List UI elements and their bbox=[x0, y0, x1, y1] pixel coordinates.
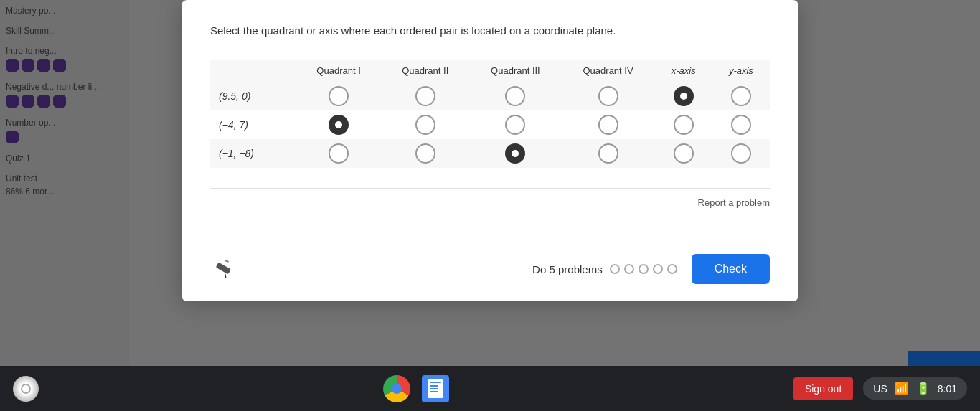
radio-cell[interactable] bbox=[655, 139, 712, 168]
radio-q4-row3[interactable] bbox=[598, 143, 618, 164]
col-header-q2: Quadrant II bbox=[381, 60, 469, 82]
col-header-q1: Quadrant I bbox=[296, 60, 381, 82]
modal-overlay: Select the quadrant or axis where each o… bbox=[0, 0, 980, 366]
radio-q4-row2[interactable] bbox=[598, 115, 618, 135]
radio-q3-row1[interactable] bbox=[505, 86, 525, 106]
radio-cell[interactable] bbox=[296, 82, 381, 110]
progress-dot-5 bbox=[667, 264, 677, 274]
check-button[interactable]: Check bbox=[692, 254, 770, 284]
question-text: Select the quadrant or axis where each o… bbox=[210, 23, 770, 39]
radio-cell[interactable] bbox=[381, 110, 469, 139]
radio-q1-row1[interactable] bbox=[329, 86, 349, 106]
radio-cell[interactable] bbox=[712, 110, 770, 139]
docs-icon-inner bbox=[428, 379, 443, 398]
wifi-icon: 📶 bbox=[895, 382, 909, 395]
locale-indicator: US bbox=[873, 383, 887, 395]
radio-yaxis-row1[interactable] bbox=[731, 86, 751, 106]
table-row: (−1, −8) bbox=[210, 139, 770, 168]
row-label: (9.5, 0) bbox=[210, 82, 296, 110]
col-header-q4: Quadrant IV bbox=[561, 60, 654, 82]
radio-cell[interactable] bbox=[469, 139, 561, 168]
radio-cell[interactable] bbox=[469, 82, 561, 110]
pencil-icon bbox=[210, 255, 239, 283]
radio-q2-row2[interactable] bbox=[415, 115, 435, 135]
radio-cell[interactable] bbox=[655, 110, 712, 139]
radio-cell[interactable] bbox=[381, 82, 469, 110]
radio-cell[interactable] bbox=[296, 110, 381, 139]
radio-q1-row2[interactable] bbox=[329, 115, 349, 135]
taskbar-left bbox=[13, 376, 39, 402]
svg-rect-0 bbox=[216, 263, 231, 275]
progress-dot-4 bbox=[653, 264, 663, 274]
radio-q2-row1[interactable] bbox=[415, 86, 435, 106]
svg-line-2 bbox=[225, 259, 228, 263]
divider bbox=[210, 188, 770, 189]
col-header-xaxis: x-axis bbox=[655, 60, 712, 82]
system-tray[interactable]: US 📶 🔋 8:01 bbox=[863, 377, 967, 400]
radio-xaxis-row2[interactable] bbox=[674, 115, 694, 135]
radio-yaxis-row2[interactable] bbox=[731, 115, 751, 135]
docs-icon[interactable] bbox=[422, 375, 449, 402]
row-label: (−4, 7) bbox=[210, 110, 296, 139]
radio-q4-row1[interactable] bbox=[598, 86, 618, 106]
clock-time: 8:01 bbox=[938, 383, 957, 395]
radio-q3-row3[interactable] bbox=[505, 143, 525, 164]
radio-cell[interactable] bbox=[381, 139, 469, 168]
taskbar-right: Sign out US 📶 🔋 8:01 bbox=[793, 377, 967, 400]
battery-icon: 🔋 bbox=[916, 382, 930, 395]
do-problems-label: Do 5 problems bbox=[532, 263, 603, 275]
modal-dialog: Select the quadrant or axis where each o… bbox=[182, 0, 798, 301]
radio-cell[interactable] bbox=[561, 139, 654, 168]
radio-cell[interactable] bbox=[712, 82, 770, 110]
report-problem-link[interactable]: Report a problem bbox=[210, 197, 770, 208]
taskbar-center bbox=[383, 375, 449, 402]
radio-cell[interactable] bbox=[561, 110, 654, 139]
radio-q3-row2[interactable] bbox=[505, 115, 525, 135]
sign-out-button[interactable]: Sign out bbox=[793, 377, 853, 400]
progress-dot-1 bbox=[610, 264, 620, 274]
row-label: (−1, −8) bbox=[210, 139, 296, 168]
svg-marker-1 bbox=[223, 273, 227, 278]
taskbar: Sign out US 📶 🔋 8:01 bbox=[0, 366, 980, 411]
radio-q2-row3[interactable] bbox=[415, 143, 435, 164]
pencil-svg bbox=[209, 253, 240, 285]
radio-xaxis-row1[interactable] bbox=[674, 86, 694, 106]
radio-q1-row3[interactable] bbox=[329, 143, 349, 164]
progress-dot-3 bbox=[639, 264, 649, 274]
col-header-empty bbox=[210, 60, 296, 82]
modal-footer: Do 5 problems Check bbox=[210, 245, 770, 284]
progress-dots bbox=[610, 264, 677, 274]
answer-table: Quadrant I Quadrant II Quadrant III Quad… bbox=[210, 60, 770, 168]
radio-yaxis-row3[interactable] bbox=[731, 143, 751, 164]
col-header-q3: Quadrant III bbox=[469, 60, 561, 82]
chrome-icon[interactable] bbox=[383, 375, 410, 402]
radio-cell[interactable] bbox=[712, 139, 770, 168]
radio-cell[interactable] bbox=[561, 82, 654, 110]
table-row: (−4, 7) bbox=[210, 110, 770, 139]
launcher-button[interactable] bbox=[13, 376, 39, 402]
radio-cell[interactable] bbox=[296, 139, 381, 168]
footer-right-section: Do 5 problems Check bbox=[532, 254, 770, 284]
radio-cell[interactable] bbox=[469, 110, 561, 139]
table-row: (9.5, 0) bbox=[210, 82, 770, 110]
col-header-yaxis: y-axis bbox=[712, 60, 770, 82]
radio-xaxis-row3[interactable] bbox=[674, 143, 694, 164]
radio-cell[interactable] bbox=[655, 82, 712, 110]
progress-dot-2 bbox=[624, 264, 634, 274]
